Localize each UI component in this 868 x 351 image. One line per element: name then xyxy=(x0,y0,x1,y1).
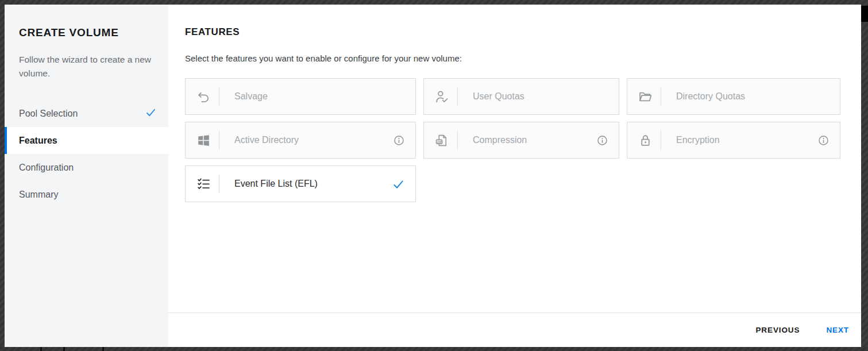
feature-tiles-grid: Salvage User Quotas xyxy=(185,78,850,202)
selected-check-icon xyxy=(392,178,405,191)
tile-divider xyxy=(219,87,219,106)
feature-tile-compression: ZIP Compression xyxy=(423,122,619,159)
step-label: Pool Selection xyxy=(19,109,78,119)
zip-file-icon: ZIP xyxy=(434,133,449,148)
tile-divider xyxy=(219,174,219,194)
feature-label: Directory Quotas xyxy=(676,91,745,102)
step-configuration[interactable]: Configuration xyxy=(5,154,168,181)
feature-label: Salvage xyxy=(234,91,268,102)
windows-icon xyxy=(196,133,211,148)
step-label: Features xyxy=(19,136,57,146)
wizard-steps: Pool Selection Features Configuration Su… xyxy=(5,100,168,208)
undo-icon xyxy=(196,89,211,104)
user-check-icon xyxy=(434,89,449,104)
info-icon[interactable] xyxy=(596,134,608,146)
feature-tile-directory-quotas: Directory Quotas xyxy=(627,78,840,115)
background-divider xyxy=(40,347,42,351)
next-button[interactable]: NEXT xyxy=(826,326,849,334)
feature-label: Active Directory xyxy=(234,135,299,145)
step-pool-selection[interactable]: Pool Selection xyxy=(5,100,168,127)
wizard-sidebar: CREATE VOLUME Follow the wizard to creat… xyxy=(5,5,168,347)
wizard-title: CREATE VOLUME xyxy=(5,26,168,39)
tile-divider xyxy=(661,130,661,150)
checklist-icon xyxy=(196,176,211,191)
check-icon xyxy=(145,106,157,121)
step-label: Summary xyxy=(19,190,58,200)
lock-icon xyxy=(638,133,653,148)
feature-tile-salvage: Salvage xyxy=(185,78,416,115)
create-volume-dialog: CREATE VOLUME Follow the wizard to creat… xyxy=(5,5,861,347)
info-icon[interactable] xyxy=(393,134,405,146)
feature-tile-encryption: Encryption xyxy=(627,122,840,159)
wizard-footer: PREVIOUS NEXT xyxy=(168,313,861,347)
step-summary[interactable]: Summary xyxy=(5,181,168,208)
background-divider xyxy=(63,347,65,351)
window-frame-fragment xyxy=(861,6,868,22)
step-features[interactable]: Features xyxy=(5,127,168,154)
features-content: FEATURES Select the features you want to… xyxy=(168,5,861,313)
tile-divider xyxy=(457,130,458,150)
wizard-main-panel: FEATURES Select the features you want to… xyxy=(168,5,861,347)
svg-text:ZIP: ZIP xyxy=(437,140,442,143)
wizard-description: Follow the wizard to create a new volume… xyxy=(5,53,168,80)
feature-tile-user-quotas: User Quotas xyxy=(423,78,619,115)
feature-tile-event-file-list[interactable]: Event File List (EFL) xyxy=(185,165,416,202)
background-table-edge xyxy=(0,347,868,351)
info-icon[interactable] xyxy=(817,134,830,146)
feature-label: User Quotas xyxy=(473,91,524,102)
tile-divider xyxy=(219,130,219,150)
tile-divider xyxy=(457,87,458,106)
background-divider xyxy=(102,347,104,351)
page-subtitle: Select the features you want to enable o… xyxy=(185,53,850,63)
folder-open-icon xyxy=(638,89,653,104)
tile-divider xyxy=(661,87,661,106)
feature-tile-active-directory: Active Directory xyxy=(185,122,416,159)
previous-button[interactable]: PREVIOUS xyxy=(755,326,800,334)
feature-label: Event File List (EFL) xyxy=(234,179,318,189)
step-label: Configuration xyxy=(19,163,74,173)
feature-label: Encryption xyxy=(676,135,720,145)
feature-label: Compression xyxy=(473,135,527,145)
page-title: FEATURES xyxy=(185,26,850,38)
